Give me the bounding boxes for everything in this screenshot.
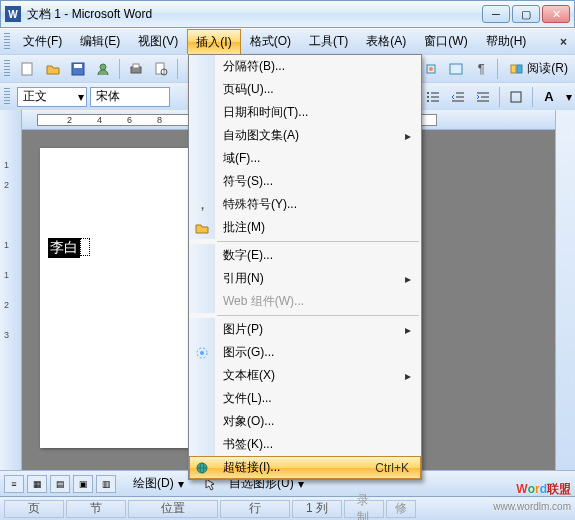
menu-datetime[interactable]: 日期和时间(T)... (189, 101, 421, 124)
menu-reference[interactable]: 引用(N)▸ (189, 267, 421, 290)
menubar: 文件(F) 编辑(E) 视图(V) 插入(I) 格式(O) 工具(T) 表格(A… (0, 28, 575, 54)
menu-edit[interactable]: 编辑(E) (71, 29, 129, 54)
menu-file[interactable]: 文件(F) (14, 29, 71, 54)
close-button[interactable]: ✕ (542, 5, 570, 23)
menu-field[interactable]: 域(F)... (189, 147, 421, 170)
menu-object[interactable]: 对象(O)... (189, 410, 421, 433)
app-icon: W (5, 6, 21, 22)
font-color-button[interactable]: A (538, 86, 560, 108)
grip-handle[interactable] (4, 88, 10, 106)
reading-layout-button[interactable]: 阅读(R) (503, 58, 575, 80)
new-doc-button[interactable] (17, 58, 39, 80)
titlebar: W 文档 1 - Microsoft Word ─ ▢ ✕ (0, 0, 575, 28)
menu-bookmark[interactable]: 书签(K)... (189, 433, 421, 456)
reading-view-button[interactable]: ▥ (96, 475, 116, 493)
normal-view-button[interactable]: ≡ (4, 475, 24, 493)
maximize-button[interactable]: ▢ (512, 5, 540, 23)
map-button[interactable] (445, 58, 467, 80)
bullets-button[interactable] (422, 86, 444, 108)
window-buttons: ─ ▢ ✕ (482, 5, 570, 23)
submenu-arrow-icon: ▸ (405, 369, 421, 383)
status-section: 节 (66, 500, 126, 518)
font-combo[interactable]: 宋体 (90, 87, 170, 107)
submenu-arrow-icon: ▸ (405, 272, 421, 286)
menu-hyperlink[interactable]: 超链接(I)...Ctrl+K (189, 456, 421, 479)
menu-break[interactable]: 分隔符(B)... (189, 55, 421, 78)
menu-table[interactable]: 表格(A) (357, 29, 415, 54)
statusbar: 页 节 位置 行 1 列 录制 修 (0, 496, 575, 520)
svg-point-21 (429, 67, 433, 71)
menu-close-doc[interactable]: × (552, 29, 575, 54)
watermark-url: www.wordlm.com (493, 501, 571, 512)
menu-special-char[interactable]: ，特殊符号(Y)... (189, 193, 421, 216)
drawing-button[interactable] (420, 58, 442, 80)
svg-rect-2 (74, 64, 82, 68)
separator (499, 87, 500, 107)
diagram-icon (195, 346, 209, 360)
font-color-dropdown[interactable]: ▾ (563, 86, 575, 108)
separator (217, 315, 419, 316)
para-mark-button[interactable]: ¶ (470, 58, 492, 80)
print-button[interactable] (125, 58, 147, 80)
open-button[interactable] (42, 58, 64, 80)
selected-text[interactable]: 李白 (48, 238, 80, 258)
menu-autotext[interactable]: 自动图文集(A)▸ (189, 124, 421, 147)
svg-point-53 (427, 92, 429, 94)
status-position: 位置 (128, 500, 218, 518)
menu-symbol[interactable]: 符号(S)... (189, 170, 421, 193)
menu-web-component[interactable]: Web 组件(W)... (189, 290, 421, 313)
comma-icon: ， (195, 195, 210, 214)
grip-handle[interactable] (4, 60, 10, 78)
grip-handle[interactable] (4, 33, 10, 50)
web-view-button[interactable]: ▦ (27, 475, 47, 493)
svg-rect-23 (511, 65, 516, 73)
preview-button[interactable] (150, 58, 172, 80)
scrollbar-area[interactable] (555, 110, 575, 484)
svg-point-67 (200, 351, 204, 355)
border-button[interactable] (505, 86, 527, 108)
status-rev[interactable]: 修 (386, 500, 416, 518)
menu-number[interactable]: 数字(E)... (189, 244, 421, 267)
menu-help[interactable]: 帮助(H) (477, 29, 536, 54)
menu-view[interactable]: 视图(V) (129, 29, 187, 54)
menu-comment[interactable]: 批注(M) (189, 216, 421, 239)
print-view-button[interactable]: ▤ (50, 475, 70, 493)
submenu-arrow-icon: ▸ (405, 323, 421, 337)
separator (119, 59, 120, 79)
svg-rect-0 (22, 63, 32, 75)
decrease-indent-button[interactable] (447, 86, 469, 108)
separator (177, 59, 178, 79)
vertical-ruler[interactable]: 1 2 1 1 2 3 (0, 110, 22, 484)
status-column: 1 列 (292, 500, 342, 518)
window-title: 文档 1 - Microsoft Word (27, 6, 482, 23)
svg-rect-5 (133, 64, 139, 68)
increase-indent-button[interactable] (472, 86, 494, 108)
menu-insert[interactable]: 插入(I) (187, 29, 240, 54)
menu-file[interactable]: 文件(L)... (189, 387, 421, 410)
svg-rect-24 (517, 65, 522, 73)
menu-diagram[interactable]: 图示(G)... (189, 341, 421, 364)
insert-dropdown-menu: 分隔符(B)... 页码(U)... 日期和时间(T)... 自动图文集(A)▸… (188, 54, 422, 480)
status-rec[interactable]: 录制 (344, 500, 384, 518)
menu-tools[interactable]: 工具(T) (300, 29, 357, 54)
save-button[interactable] (67, 58, 89, 80)
outline-view-button[interactable]: ▣ (73, 475, 93, 493)
svg-rect-6 (156, 63, 164, 74)
permission-button[interactable] (92, 58, 114, 80)
minimize-button[interactable]: ─ (482, 5, 510, 23)
svg-rect-65 (511, 92, 521, 102)
svg-point-3 (100, 64, 106, 70)
separator (532, 87, 533, 107)
globe-icon (195, 461, 209, 475)
status-line: 行 (220, 500, 290, 518)
menu-format[interactable]: 格式(O) (241, 29, 300, 54)
style-combo[interactable]: 正文▾ (17, 87, 87, 107)
menu-window[interactable]: 窗口(W) (415, 29, 476, 54)
menu-picture[interactable]: 图片(P)▸ (189, 318, 421, 341)
draw-menu[interactable]: 绘图(D)▾ (128, 474, 196, 494)
menu-textbox[interactable]: 文本框(X)▸ (189, 364, 421, 387)
separator (497, 59, 498, 79)
folder-icon (195, 221, 209, 235)
menu-pagenum[interactable]: 页码(U)... (189, 78, 421, 101)
svg-rect-22 (450, 64, 462, 74)
